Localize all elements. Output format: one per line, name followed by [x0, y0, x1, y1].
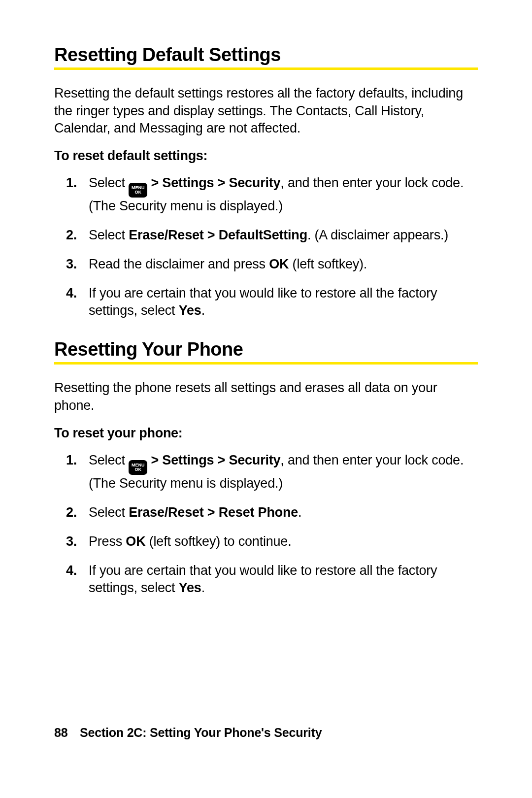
subhead-reset-phone: To reset your phone:: [54, 426, 478, 441]
step-number: 1.: [66, 174, 77, 192]
intro-reset-phone: Resetting the phone resets all settings …: [54, 379, 478, 414]
footer-section-title: Section 2C: Setting Your Phone's Securit…: [80, 726, 322, 739]
step-number: 4.: [66, 562, 77, 579]
step-item: 2. Select Erase/Reset > Reset Phone.: [89, 504, 478, 521]
step-number: 2.: [66, 227, 77, 244]
page-number: 88: [54, 726, 80, 740]
step-text: Select: [89, 175, 129, 190]
step-bold: OK: [269, 257, 289, 271]
step-text: Select: [89, 228, 129, 242]
step-text: Select: [89, 505, 129, 520]
step-text: .: [201, 303, 205, 318]
step-bold: OK: [126, 534, 145, 549]
step-bold: > Settings > Security: [147, 453, 280, 467]
step-text: If you are certain that you would like t…: [89, 563, 437, 595]
step-item: 2. Select Erase/Reset > DefaultSetting. …: [89, 227, 478, 244]
step-number: 3.: [66, 256, 77, 273]
step-number: 3.: [66, 533, 77, 550]
step-text: Select: [89, 453, 129, 467]
step-number: 1.: [66, 452, 77, 469]
step-bold: Erase/Reset > DefaultSetting: [129, 228, 307, 242]
step-item: 1. Select MENUOK > Settings > Security, …: [89, 174, 478, 215]
step-item: 1. Select MENUOK > Settings > Security, …: [89, 452, 478, 492]
page-footer: 88Section 2C: Setting Your Phone's Secur…: [54, 726, 322, 740]
step-item: 4. If you are certain that you would lik…: [89, 562, 478, 597]
step-text: Read the disclaimer and press: [89, 257, 269, 271]
menu-ok-key-icon: MENUOK: [129, 183, 147, 198]
step-number: 4.: [66, 285, 77, 302]
menu-ok-key-icon: MENUOK: [129, 460, 147, 475]
steps-reset-phone: 1. Select MENUOK > Settings > Security, …: [54, 452, 478, 597]
step-bold: Yes: [179, 303, 201, 318]
step-number: 2.: [66, 504, 77, 521]
step-bold: > Settings > Security: [147, 175, 280, 190]
step-text: .: [201, 580, 205, 595]
step-text: . (A disclaimer appears.): [307, 228, 448, 242]
heading-reset-phone: Resetting Your Phone: [54, 339, 478, 365]
steps-reset-default: 1. Select MENUOK > Settings > Security, …: [54, 174, 478, 319]
intro-reset-default: Resetting the default settings restores …: [54, 85, 478, 137]
heading-reset-default: Resetting Default Settings: [54, 44, 478, 70]
step-item: 4. If you are certain that you would lik…: [89, 285, 478, 319]
step-bold: Yes: [179, 580, 201, 595]
step-item: 3. Read the disclaimer and press OK (lef…: [89, 256, 478, 273]
step-text: .: [298, 505, 301, 520]
step-item: 3. Press OK (left softkey) to continue.: [89, 533, 478, 550]
step-text: Press: [89, 534, 126, 549]
subhead-reset-default: To reset default settings:: [54, 148, 478, 164]
step-text: (left softkey).: [289, 257, 367, 271]
step-text: (left softkey) to continue.: [145, 534, 291, 549]
step-text: If you are certain that you would like t…: [89, 286, 437, 318]
step-bold: Erase/Reset > Reset Phone: [129, 505, 298, 520]
